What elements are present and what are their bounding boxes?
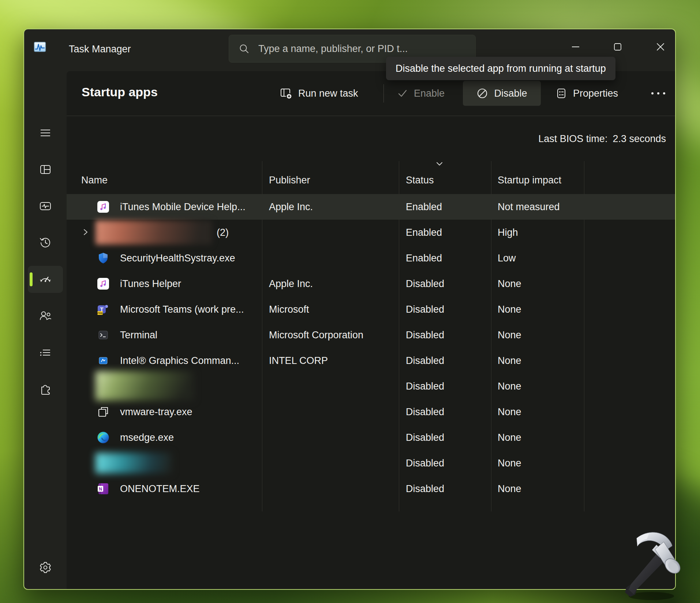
table-row[interactable]: Intel® Graphics Comman...INTEL CORPDisab…: [67, 348, 675, 373]
settings-gear-icon: [38, 561, 52, 574]
row-publisher-cell: Microsoft: [269, 297, 309, 322]
column-header-startup-impact[interactable]: Startup impact: [498, 175, 561, 186]
column-header-status[interactable]: Status: [406, 175, 434, 186]
edge-icon: [97, 431, 109, 444]
details-icon: [39, 346, 52, 359]
task-manager-window: Task Manager Type a name, publisher, or …: [23, 29, 676, 590]
table-row[interactable]: NONENOTEM.EXEDisabledNone: [67, 476, 675, 502]
row-name-cell: (2): [217, 220, 229, 245]
row-status-cell: Enabled: [406, 194, 442, 220]
run-new-task-button[interactable]: Run new task: [280, 81, 358, 106]
row-publisher-cell: Apple Inc.: [269, 194, 313, 220]
column-header-publisher[interactable]: Publisher: [269, 175, 310, 186]
properties-label: Properties: [573, 88, 618, 99]
properties-icon: [555, 88, 567, 99]
tooltip: Disable the selected app from running at…: [386, 57, 615, 80]
row-startup-impact-cell: None: [498, 271, 521, 297]
row-status-cell: Disabled: [406, 476, 444, 502]
run-new-task-label: Run new task: [298, 88, 358, 99]
table-row[interactable]: msedge.exeDisabledNone: [67, 425, 675, 450]
performance-icon: [39, 200, 52, 213]
sidebar-item-menu[interactable]: [28, 119, 63, 146]
table-row[interactable]: SecurityHealthSystray.exeEnabledLow: [67, 245, 675, 271]
task-manager-app-icon: [34, 41, 46, 53]
row-publisher-cell: INTEL CORP: [269, 348, 328, 373]
enable-button[interactable]: Enable: [397, 81, 445, 106]
content-panel: Startup apps Run new task Enable Disable: [67, 71, 675, 589]
onenote-icon: N: [97, 483, 109, 495]
sidebar-item-startup-apps[interactable]: [28, 266, 63, 293]
startup-apps-icon: [38, 272, 52, 286]
disable-button[interactable]: Disable: [463, 81, 541, 106]
windows-security-shield-icon: [97, 252, 109, 264]
row-status-cell: Disabled: [406, 297, 444, 322]
itunes-icon: [97, 201, 109, 213]
sidebar-item-services[interactable]: [28, 376, 63, 403]
sidebar-item-processes[interactable]: [28, 156, 63, 183]
sidebar: [24, 71, 67, 589]
row-startup-impact-cell: None: [498, 348, 521, 373]
row-status-cell: Enabled: [406, 220, 442, 245]
blurred-teal-app-icon: [96, 453, 172, 473]
row-name-cell: iTunes Mobile Device Help...: [120, 194, 246, 220]
more-options-button[interactable]: [648, 81, 669, 106]
sidebar-item-app-history[interactable]: [28, 229, 63, 256]
svg-text:N: N: [99, 487, 102, 492]
sidebar-item-users[interactable]: [28, 302, 63, 330]
last-bios-time: Last BIOS time:2.3 seconds: [538, 133, 666, 145]
startup-apps-table: iTunes Mobile Device Help...Apple Inc.En…: [67, 194, 675, 502]
minimize-button[interactable]: [565, 36, 586, 58]
row-status-cell: Disabled: [406, 425, 444, 450]
more-options-icon: [650, 91, 666, 96]
sidebar-item-performance[interactable]: [28, 193, 63, 220]
table-row[interactable]: vmware-tray.exeDisabledNone: [67, 399, 675, 425]
itunes-icon: [97, 278, 109, 290]
chevron-down-icon: [435, 161, 444, 167]
hammer-cursor-image: [618, 526, 695, 603]
run-new-task-icon: [280, 87, 292, 100]
disable-label: Disable: [494, 88, 527, 99]
close-button[interactable]: [650, 36, 671, 58]
table-row[interactable]: DisabledNone: [67, 373, 675, 399]
row-name-cell: ONENOTEM.EXE: [120, 476, 200, 502]
table-row[interactable]: TPREMicrosoft Teams (work pre...Microsof…: [67, 297, 675, 322]
expand-chevron-icon[interactable]: [82, 227, 89, 237]
maximize-button[interactable]: [607, 36, 628, 58]
column-header-name[interactable]: Name: [81, 175, 108, 186]
row-startup-impact-cell: None: [498, 322, 521, 348]
row-status-cell: Disabled: [406, 271, 444, 297]
table-row[interactable]: iTunes HelperApple Inc.DisabledNone: [67, 271, 675, 297]
row-startup-impact-cell: None: [498, 373, 521, 399]
row-startup-impact-cell: Low: [498, 245, 516, 271]
row-startup-impact-cell: None: [498, 297, 521, 322]
row-status-cell: Enabled: [406, 245, 442, 271]
check-icon: [397, 88, 408, 99]
disable-slash-circle-icon: [476, 88, 488, 99]
sidebar-item-details[interactable]: [28, 339, 63, 366]
row-status-cell: Disabled: [406, 348, 444, 373]
processes-icon: [39, 163, 52, 176]
row-name-cell: Microsoft Teams (work pre...: [120, 297, 244, 322]
row-status-cell: Disabled: [406, 450, 444, 476]
teams-icon: TPRE: [97, 303, 109, 316]
search-placeholder: Type a name, publisher, or PID t...: [258, 43, 408, 55]
last-bios-label: Last BIOS time:: [538, 133, 607, 144]
row-name-cell: iTunes Helper: [120, 271, 181, 297]
row-publisher-cell: Microsoft Corporation: [269, 322, 363, 348]
properties-button[interactable]: Properties: [555, 81, 618, 106]
table-row[interactable]: DisabledNone: [67, 450, 675, 476]
sidebar-item-settings[interactable]: [28, 554, 63, 581]
search-icon: [239, 43, 250, 54]
table-row[interactable]: TerminalMicrosoft CorporationDisabledNon…: [67, 322, 675, 348]
enable-label: Enable: [414, 88, 445, 99]
row-status-cell: Disabled: [406, 322, 444, 348]
toolbar-separator: [383, 84, 384, 103]
row-name-cell: msedge.exe: [120, 425, 174, 450]
table-row[interactable]: iTunes Mobile Device Help...Apple Inc.En…: [67, 194, 675, 220]
row-startup-impact-cell: Not measured: [498, 194, 560, 220]
row-name-cell: Terminal: [120, 322, 157, 348]
selected-accent-pill: [30, 272, 33, 286]
table-row[interactable]: (2)EnabledHigh: [67, 220, 675, 245]
row-startup-impact-cell: None: [498, 450, 521, 476]
blurred-green-app-icon: [96, 371, 194, 401]
